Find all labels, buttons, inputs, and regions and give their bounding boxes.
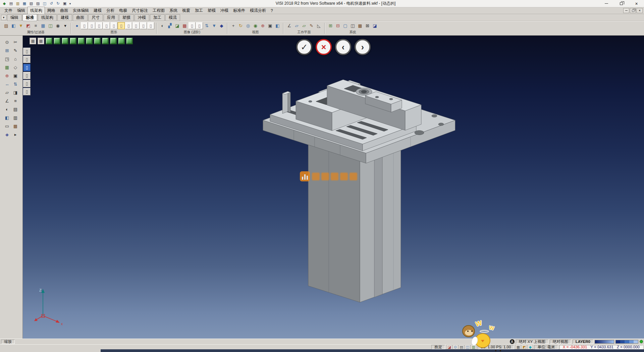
next-button[interactable]: › xyxy=(355,39,371,55)
menu-item-尺寸标注[interactable]: 尺寸标注 xyxy=(129,7,150,14)
open-file-icon[interactable]: ▥ xyxy=(15,1,21,6)
plane-tool-icon[interactable]: ▱ xyxy=(3,89,11,96)
zoom-target-icon[interactable]: ◉ xyxy=(252,22,259,29)
tab-冲模[interactable]: 冲模 xyxy=(135,14,149,21)
menu-item-冲模[interactable]: 冲模 xyxy=(218,7,231,14)
strip-tool-4-icon[interactable]: ▯ xyxy=(23,72,31,79)
edit-plane-icon[interactable]: ✎ xyxy=(308,22,315,29)
strip-tool-6-icon[interactable]: ▯ xyxy=(23,88,31,95)
plane-2-icon[interactable]: ▱ xyxy=(301,22,308,29)
view-back-icon[interactable] xyxy=(62,38,68,44)
solid-8-icon[interactable]: ▯ xyxy=(132,22,140,29)
cylinder-view-icon[interactable]: ▯ xyxy=(189,22,196,29)
pan-icon[interactable]: + xyxy=(230,22,237,29)
drop-icon[interactable]: ▼ xyxy=(211,22,218,29)
view-dim-icon[interactable] xyxy=(110,38,117,44)
grid-chip-icon[interactable]: ▦ xyxy=(515,345,521,349)
view-top-icon[interactable] xyxy=(86,38,93,44)
solid-10-icon[interactable]: ▯ xyxy=(147,22,154,29)
contrast-icon[interactable]: ◐ xyxy=(3,105,11,113)
zoom-circle-icon[interactable]: ◎ xyxy=(245,22,252,29)
cylinder-view-2-icon[interactable]: ▯ xyxy=(196,22,203,29)
cube-chip-icon[interactable]: ◆ xyxy=(527,345,533,349)
toolbar-overflow-icon[interactable]: ▾ xyxy=(68,2,72,5)
new-file-icon[interactable]: ▤ xyxy=(8,1,14,6)
menu-item-建模[interactable]: 建模 xyxy=(91,7,104,14)
confirm-button[interactable]: ✓ xyxy=(296,39,312,55)
model-3d[interactable] xyxy=(23,36,644,339)
grid-minus-icon[interactable]: ⊟ xyxy=(334,22,341,29)
select-box-icon[interactable]: ▣ xyxy=(12,72,19,79)
trim-icon[interactable]: ✂ xyxy=(12,38,19,46)
pin-toggle[interactable]: 拴定 xyxy=(431,345,445,349)
filter-funnel-icon[interactable]: ▼ xyxy=(17,22,24,29)
tab-模流[interactable]: 模流 xyxy=(165,14,180,21)
menu-item-文件[interactable]: 文件 xyxy=(2,7,15,14)
mdi-close-button[interactable]: × xyxy=(637,8,643,13)
rotate-view-icon[interactable]: ↻ xyxy=(237,22,244,29)
gem-tool-icon[interactable]: ◈ xyxy=(3,131,11,138)
diamond-tool-icon[interactable]: ◇ xyxy=(12,63,19,71)
menu-item-网格[interactable]: 网格 xyxy=(45,7,58,14)
prev-button[interactable]: ‹ xyxy=(335,39,351,55)
menu-item-分析[interactable]: 分析 xyxy=(104,7,117,14)
hatch-tool-icon[interactable]: ▩ xyxy=(12,122,19,130)
menu-item-视窗[interactable]: 视窗 xyxy=(180,7,193,14)
linetype-icon[interactable]: ≡ xyxy=(32,22,39,29)
split-view-icon[interactable]: ◧ xyxy=(274,22,281,29)
visibility-icon[interactable]: ◉ xyxy=(54,22,61,29)
filter-more-icon[interactable]: ▾ xyxy=(62,22,69,29)
depth-segments-bar[interactable] xyxy=(615,340,638,344)
plane-icon[interactable]: ▱ xyxy=(293,22,300,29)
menu-item-工程图[interactable]: 工程图 xyxy=(150,7,167,14)
grid-system-icon[interactable]: ⊞ xyxy=(327,22,334,29)
sphere-icon[interactable]: ● xyxy=(73,22,80,29)
home-view-icon[interactable]: ⌂ xyxy=(12,55,19,62)
play-icon[interactable]: ▸ xyxy=(12,131,19,138)
tab-编辑[interactable]: 编辑 xyxy=(7,14,22,21)
minimize-button[interactable] xyxy=(599,0,614,7)
save-icon[interactable]: ▦ xyxy=(21,1,28,6)
print-icon[interactable]: ▧ xyxy=(28,1,34,6)
strip-tool-5-icon[interactable]: ▯ xyxy=(23,80,31,87)
gem-icon[interactable]: ◆ xyxy=(218,22,225,29)
angle-tool-icon[interactable]: ∠ xyxy=(3,97,11,104)
section-icon[interactable]: ▩ xyxy=(181,22,188,29)
menu-item-电极[interactable]: 电极 xyxy=(117,7,129,14)
zoom-lock-icon[interactable]: ⊙ xyxy=(452,345,458,349)
frame-icon[interactable]: ▢ xyxy=(342,22,349,29)
windows-layout-icon[interactable]: ▦ xyxy=(30,38,36,44)
zoom-in-icon[interactable]: ⊕ xyxy=(259,22,266,29)
abs-view-status[interactable]: 绝对视图 xyxy=(550,340,571,344)
menu-item-系统[interactable]: 系统 xyxy=(167,7,180,14)
move-v-icon[interactable]: ⇅ xyxy=(12,80,19,88)
grid-filter-icon[interactable]: ▦ xyxy=(40,22,47,29)
settings-icon[interactable]: ▣ xyxy=(62,1,68,6)
strip-tool-2-icon[interactable]: ▯ xyxy=(23,56,31,63)
view-iso-icon[interactable] xyxy=(46,38,52,44)
mdi-minimize-button[interactable] xyxy=(623,8,629,13)
view-axo-icon[interactable] xyxy=(102,38,109,44)
solid-1-icon[interactable]: ▯ xyxy=(81,22,88,29)
corner-icon[interactable]: ◪ xyxy=(371,22,378,29)
mdi-restore-button[interactable] xyxy=(630,8,636,13)
restore-button[interactable] xyxy=(614,0,629,7)
layer-status[interactable]: LAYER0 xyxy=(573,340,593,344)
tab-应用[interactable]: 应用 xyxy=(104,14,118,21)
hidden-line-icon[interactable]: ◪ xyxy=(174,22,181,29)
solid-9-icon[interactable]: ▯ xyxy=(140,22,147,29)
shade-half-icon[interactable]: ◨ xyxy=(12,89,19,96)
solid-7-icon[interactable]: ▯ xyxy=(125,22,132,29)
palette-icon[interactable]: ◩ xyxy=(521,345,527,349)
attr-mask-icon[interactable]: ▨ xyxy=(3,22,10,29)
layer-filter-icon[interactable]: ◫ xyxy=(47,22,54,29)
view-bottom-icon[interactable] xyxy=(94,38,101,44)
color-filter-icon[interactable]: ◩ xyxy=(25,22,32,29)
move-h-icon[interactable]: ↔ xyxy=(3,80,11,88)
menu-item-编辑[interactable]: 编辑 xyxy=(15,7,28,14)
marker-a-badge[interactable]: A xyxy=(510,339,515,344)
windows-layout-2-icon[interactable]: ▦ xyxy=(38,38,44,44)
tab-加工[interactable]: 加工 xyxy=(150,14,165,21)
undo-icon[interactable]: ↺ xyxy=(48,1,54,6)
solid-5-icon[interactable]: ▯ xyxy=(110,22,117,29)
